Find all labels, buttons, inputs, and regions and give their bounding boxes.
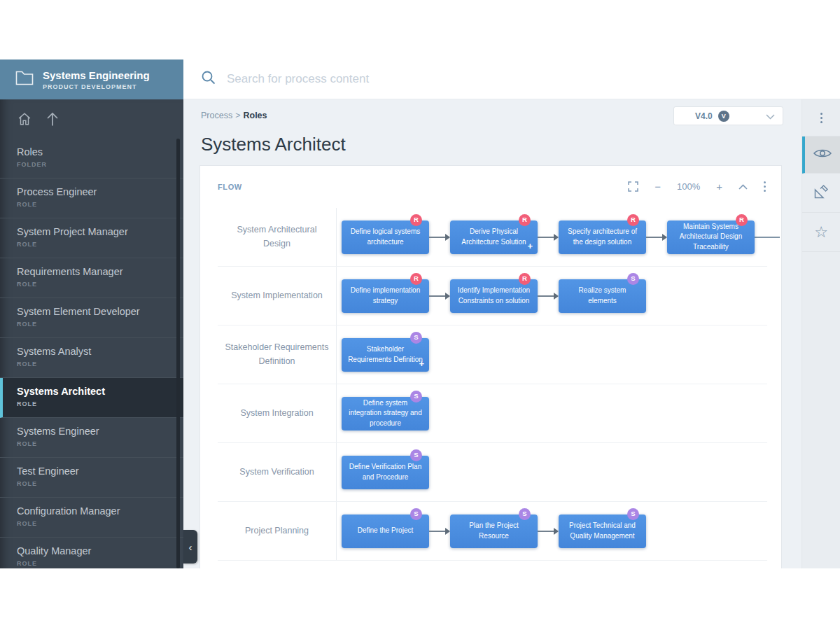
- sidebar-item-quality-manager[interactable]: Quality ManagerROLE: [0, 538, 183, 568]
- flow-menu-kebab-icon[interactable]: [764, 181, 766, 192]
- task-badge-s: S: [410, 391, 422, 402]
- zoom-in-button[interactable]: +: [716, 181, 722, 192]
- sidebar-item-type: FOLDER: [17, 161, 183, 168]
- navigate-up-icon[interactable]: [46, 111, 59, 127]
- task-badge-s: S: [410, 449, 422, 461]
- task-node[interactable]: Specify architecture of the design solut…: [559, 220, 646, 254]
- chevron-up-icon[interactable]: [738, 184, 748, 190]
- toolbar-more-options-button[interactable]: [802, 99, 840, 136]
- flow-arrow-connector: [646, 234, 667, 241]
- sidebar-item-requirements-manager[interactable]: Requirements ManagerROLE: [0, 258, 183, 298]
- fullscreen-icon[interactable]: [628, 181, 638, 192]
- task-node[interactable]: Project Technical and Quality Management…: [559, 514, 646, 548]
- task-label: Plan the Project Resource: [456, 521, 531, 541]
- sidebar-item-type: ROLE: [17, 281, 183, 288]
- search-input[interactable]: [227, 72, 577, 86]
- task-badge-r: R: [410, 214, 422, 226]
- sidebar-scrollbar[interactable]: [176, 139, 180, 568]
- task-node[interactable]: Identify Implementation Constraints on s…: [450, 279, 538, 313]
- sidebar-item-type: ROLE: [17, 400, 183, 407]
- flow-arrow-connector: [429, 293, 450, 300]
- workspace-title: Systems Engineering: [43, 69, 150, 81]
- task-label: Project Technical and Quality Management: [565, 521, 640, 541]
- sidebar-item-system-element-developer[interactable]: System Element DeveloperROLE: [0, 298, 183, 338]
- task-badge-s: S: [627, 508, 639, 520]
- flow-arrow-connector: [429, 234, 450, 241]
- sidebar-nav: [0, 99, 183, 139]
- sidebar-header[interactable]: Systems Engineering PRODUCT DEVELOPMENT: [0, 59, 183, 99]
- sidebar-item-systems-engineer[interactable]: Systems EngineerROLE: [0, 418, 183, 458]
- sidebar-item-system-project-manager[interactable]: System Project ManagerROLE: [0, 218, 183, 258]
- task-label: Identify Implementation Constraints on s…: [456, 286, 531, 306]
- sidebar-item-configuration-manager[interactable]: Configuration ManagerROLE: [0, 498, 183, 538]
- lane-label: Project Planning: [218, 502, 337, 560]
- sidebar-body: RolesFOLDERProcess EngineerROLESystem Pr…: [0, 99, 183, 568]
- version-selector[interactable]: V4.0 V: [673, 106, 783, 125]
- breadcrumb-separator: >: [235, 111, 240, 120]
- task-label: Define system integration strategy and p…: [348, 398, 423, 429]
- task-badge-s: S: [410, 332, 422, 344]
- sidebar-item-systems-architect[interactable]: Systems ArchitectROLE: [0, 378, 183, 418]
- lane-label: System Verification: [218, 443, 337, 501]
- sidebar-item-test-engineer[interactable]: Test EngineerROLE: [0, 458, 183, 498]
- task-badge-r: R: [519, 214, 531, 226]
- folder-icon: [15, 71, 34, 88]
- right-toolbar: ☆: [802, 99, 840, 568]
- flow-panel: FLOW − 100% +: [200, 165, 782, 568]
- sidebar-item-label: Systems Analyst: [17, 346, 183, 357]
- sidebar-collapse-button[interactable]: ‹: [183, 530, 197, 564]
- zoom-out-button[interactable]: −: [654, 181, 661, 192]
- lane-label: Stakeholder Requirements Definition: [218, 326, 337, 384]
- sidebar-item-type: ROLE: [17, 520, 183, 527]
- task-node[interactable]: Realize system elementsS: [559, 279, 646, 313]
- breadcrumb-current: Roles: [243, 111, 267, 120]
- sidebar-item-type: ROLE: [17, 480, 183, 487]
- expand-plus-icon[interactable]: +: [527, 240, 533, 253]
- task-node[interactable]: Derive Physical Architecture SolutionR+: [450, 220, 538, 254]
- sidebar-item-label: Requirements Manager: [17, 266, 183, 277]
- sidebar-item-process-engineer[interactable]: Process EngineerROLE: [0, 178, 183, 218]
- task-badge-s: S: [627, 273, 639, 285]
- star-icon: ☆: [814, 225, 828, 240]
- task-node[interactable]: Define system integration strategy and p…: [342, 397, 429, 430]
- flow-lane-row: System VerificationDefine Verification P…: [218, 443, 767, 502]
- breadcrumb-parent[interactable]: Process: [201, 111, 232, 120]
- sidebar-item-roles[interactable]: RolesFOLDER: [0, 139, 183, 178]
- task-node[interactable]: Define Verification Plan and ProcedureS: [342, 456, 429, 489]
- flow-lane-row: System ImplementationDefine implementati…: [218, 267, 767, 326]
- task-node[interactable]: Maintain Systems Architectural Design Tr…: [667, 220, 755, 254]
- flow-panel-header: FLOW − 100% +: [200, 166, 781, 192]
- toolbar-view-button[interactable]: [802, 136, 840, 174]
- sidebar-item-type: ROLE: [17, 241, 183, 248]
- sidebar-item-type: ROLE: [17, 440, 183, 447]
- expand-plus-icon[interactable]: +: [419, 358, 424, 371]
- task-badge-s: S: [410, 508, 422, 520]
- sidebar-item-type: ROLE: [17, 201, 183, 208]
- lane-label: System Implementation: [218, 267, 337, 325]
- task-node[interactable]: Plan the Project ResourceS: [450, 514, 538, 548]
- lane-tasks: Define implementation strategyRIdentify …: [337, 267, 767, 325]
- toolbar-design-button[interactable]: [802, 174, 840, 213]
- task-node[interactable]: Define logical systems architectureR: [342, 220, 429, 254]
- sidebar-item-systems-analyst[interactable]: Systems AnalystROLE: [0, 338, 183, 378]
- flow-lane-row: Project PlanningDefine the ProjectSPlan …: [218, 502, 767, 561]
- main-body: Process>Roles V4.0 V Systems Architect: [183, 99, 840, 568]
- design-workbench-icon: [813, 183, 830, 203]
- sidebar-item-type: ROLE: [17, 560, 183, 567]
- task-badge-r: R: [410, 273, 422, 285]
- flow-trailing-connector: [755, 237, 780, 238]
- sidebar-item-label: Roles: [17, 146, 183, 158]
- sidebar-item-label: System Element Developer: [17, 306, 183, 317]
- flow-arrow-connector: [429, 528, 450, 535]
- flow-lane-row: System Architectural DesignDefine logica…: [218, 208, 767, 267]
- home-icon[interactable]: [17, 111, 32, 127]
- sidebar-item-label: Process Engineer: [17, 186, 183, 197]
- toolbar-favorite-button[interactable]: ☆: [802, 213, 840, 252]
- task-node[interactable]: Define the ProjectS: [342, 514, 429, 548]
- flow-lane-row: System IntegrationDefine system integrat…: [218, 384, 767, 443]
- task-node[interactable]: Define implementation strategyR: [342, 279, 429, 313]
- task-node[interactable]: Stakeholder Requirements DefinitionS+: [342, 338, 429, 372]
- flow-arrow-connector: [538, 234, 559, 241]
- flow-lane-row: Stakeholder Requirements DefinitionStake…: [218, 326, 767, 384]
- lane-label: System Integration: [218, 384, 337, 442]
